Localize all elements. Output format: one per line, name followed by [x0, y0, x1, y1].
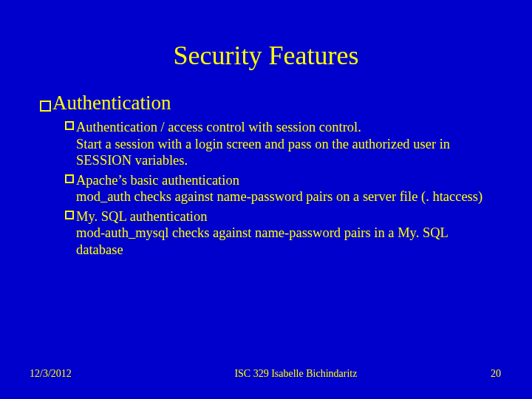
square-bullet-icon	[65, 174, 74, 183]
bullet-list: Authentication / access control with ses…	[40, 116, 492, 259]
square-bullet-icon	[65, 211, 74, 219]
list-item: My. SQL authentication mod-auth_mysql ch…	[65, 208, 485, 259]
list-item-head: Authentication / access control with ses…	[76, 120, 361, 134]
list-item-body: Apache’s basic authentication mod_auth c…	[76, 172, 485, 205]
footer-center: ISC 329 Isabelle Bichindaritz	[72, 368, 491, 380]
footer-date: 12/3/2012	[30, 368, 72, 380]
list-item-head: Apache’s basic authentication	[76, 173, 239, 188]
list-item-head: My. SQL authentication	[76, 209, 207, 224]
slide-content: Authentication Authentication / access c…	[0, 84, 532, 259]
list-item: Apache’s basic authentication mod_auth c…	[65, 172, 485, 205]
list-item-cont: Start a session with a login screen and …	[76, 136, 485, 169]
list-item-cont: mod_auth checks against name-password pa…	[76, 188, 485, 205]
slide: Security Features Authentication Authent…	[0, 0, 532, 399]
list-item-cont: mod-auth_mysql checks against name-passw…	[76, 225, 485, 258]
section-heading: Authentication	[52, 92, 171, 115]
square-bullet-icon	[40, 100, 51, 112]
list-item-body: My. SQL authentication mod-auth_mysql ch…	[76, 208, 485, 259]
slide-footer: 12/3/2012 ISC 329 Isabelle Bichindaritz …	[0, 368, 532, 380]
slide-title: Security Features	[0, 0, 532, 84]
list-item-body: Authentication / access control with ses…	[76, 119, 485, 169]
square-bullet-icon	[65, 121, 74, 130]
list-item: Authentication / access control with ses…	[65, 119, 485, 169]
section-heading-row: Authentication	[40, 84, 492, 116]
footer-page-number: 20	[491, 368, 501, 380]
